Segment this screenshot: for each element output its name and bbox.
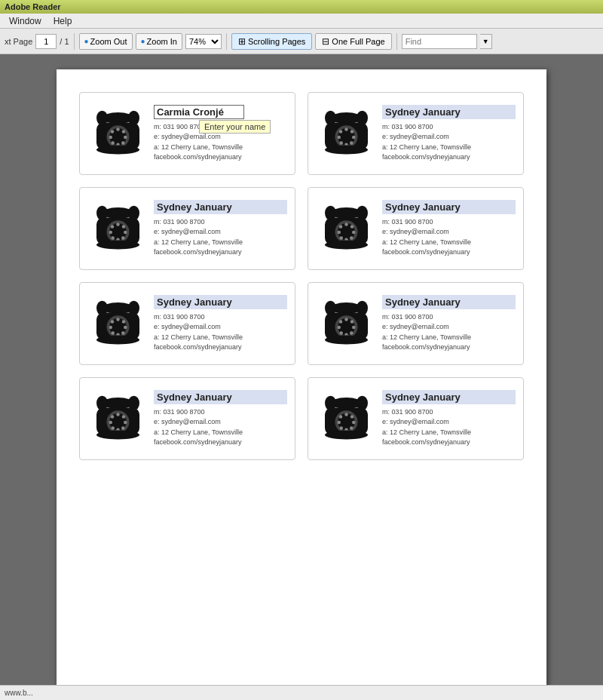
svg-point-24 xyxy=(350,141,354,145)
svg-point-56 xyxy=(339,236,343,240)
zoom-select[interactable]: 74% 50% 100% 125% xyxy=(185,34,222,49)
card-name: Sydney January xyxy=(382,105,516,119)
svg-point-113 xyxy=(352,420,356,424)
find-input[interactable] xyxy=(402,34,477,49)
svg-point-28 xyxy=(338,130,342,134)
zoom-out-radio: ● xyxy=(84,37,89,45)
svg-point-53 xyxy=(352,230,356,234)
svg-point-43 xyxy=(110,225,114,229)
svg-point-14 xyxy=(96,145,139,154)
svg-point-73 xyxy=(110,320,114,324)
phone-icon xyxy=(316,293,376,354)
business-card: Sydney Januarym: 031 900 8700e: sydney@e… xyxy=(79,282,295,365)
svg-point-87 xyxy=(337,325,341,329)
zoom-in-radio: ● xyxy=(141,37,145,45)
svg-point-13 xyxy=(110,130,114,134)
toolbar: xt Page / 1 ● Zoom Out ● Zoom In 74% 50%… xyxy=(0,29,603,54)
zoom-out-button[interactable]: ● Zoom Out xyxy=(79,33,133,50)
menu-bar: Window Help xyxy=(0,14,603,29)
svg-point-41 xyxy=(111,236,115,240)
svg-point-114 xyxy=(350,426,354,430)
card-details: m: 031 900 8700e: sydney@email.coma: 12 … xyxy=(154,217,287,258)
svg-point-117 xyxy=(337,420,341,424)
card-info: Sydney Januarym: 031 900 8700e: sydney@e… xyxy=(376,295,516,353)
svg-point-57 xyxy=(337,230,341,234)
svg-point-26 xyxy=(339,141,343,145)
main-area: Enter your namem: 031 900 8700e: sydney@… xyxy=(0,54,603,685)
svg-point-51 xyxy=(344,223,348,226)
svg-point-42 xyxy=(109,230,112,234)
card-name: Sydney January xyxy=(382,295,516,309)
status-bar: www.b... xyxy=(0,685,603,700)
svg-point-7 xyxy=(121,130,125,134)
svg-point-99 xyxy=(121,426,125,430)
svg-point-72 xyxy=(109,325,112,329)
svg-point-12 xyxy=(109,135,112,139)
svg-point-102 xyxy=(109,420,112,424)
pdf-page: Enter your namem: 031 900 8700e: sydney@… xyxy=(57,69,546,685)
card-info: Sydney Januarym: 031 900 8700e: sydney@e… xyxy=(148,200,287,258)
svg-point-97 xyxy=(121,415,125,419)
svg-point-29 xyxy=(325,145,368,154)
business-card: Sydney Januarym: 031 900 8700e: sydney@e… xyxy=(79,377,295,460)
one-full-page-icon: ⊟ xyxy=(322,36,329,47)
svg-point-111 xyxy=(344,413,348,416)
card-name-row: Enter your name xyxy=(154,105,287,119)
svg-point-86 xyxy=(339,331,343,335)
svg-point-83 xyxy=(352,325,356,329)
svg-point-103 xyxy=(110,415,114,419)
menu-help[interactable]: Help xyxy=(47,16,78,26)
card-details: m: 031 900 8700e: sydney@email.coma: 12 … xyxy=(382,122,516,163)
svg-point-88 xyxy=(338,320,342,324)
card-details: m: 031 900 8700e: sydney@email.coma: 12 … xyxy=(382,407,516,448)
phone-icon xyxy=(87,198,148,259)
svg-point-89 xyxy=(325,335,368,344)
page-input[interactable] xyxy=(35,34,57,49)
svg-point-118 xyxy=(338,415,342,419)
svg-point-52 xyxy=(350,225,354,229)
find-dropdown-button[interactable]: ▼ xyxy=(480,34,492,49)
card-details: m: 031 900 8700e: sydney@email.coma: 12 … xyxy=(154,312,287,353)
one-full-page-button[interactable]: ⊟ One Full Page xyxy=(315,33,391,50)
scrolling-pages-button[interactable]: ⊞ Scrolling Pages xyxy=(231,33,312,50)
one-full-page-label: One Full Page xyxy=(332,37,384,46)
svg-point-84 xyxy=(350,331,354,335)
svg-point-81 xyxy=(344,318,348,321)
card-name: Sydney January xyxy=(154,390,287,404)
svg-point-116 xyxy=(339,426,343,430)
business-card: Enter your namem: 031 900 8700e: sydney@… xyxy=(79,92,295,175)
card-info: Sydney Januarym: 031 900 8700e: sydney@e… xyxy=(376,200,516,258)
svg-point-6 xyxy=(116,127,120,131)
scrolling-pages-label: Scrolling Pages xyxy=(248,37,305,46)
zoom-in-button[interactable]: ● Zoom In xyxy=(136,33,182,50)
phone-icon xyxy=(316,198,376,259)
separator-3 xyxy=(396,33,397,50)
card-info: Enter your namem: 031 900 8700e: sydney@… xyxy=(148,105,287,163)
svg-point-58 xyxy=(338,225,342,229)
separator-2 xyxy=(226,33,227,50)
menu-window[interactable]: Window xyxy=(3,16,47,26)
page-separator: / 1 xyxy=(60,37,69,46)
business-card: Sydney Januarym: 031 900 8700e: sydney@e… xyxy=(308,377,524,460)
card-info: Sydney Januarym: 031 900 8700e: sydney@e… xyxy=(376,105,516,163)
svg-point-101 xyxy=(111,426,115,430)
svg-point-8 xyxy=(124,135,127,139)
svg-point-71 xyxy=(111,331,115,335)
svg-point-9 xyxy=(121,141,125,145)
svg-point-69 xyxy=(121,331,125,335)
card-grid: Enter your namem: 031 900 8700e: sydney@… xyxy=(72,84,531,468)
zoom-out-label: Zoom Out xyxy=(90,37,127,46)
business-card: Sydney Januarym: 031 900 8700e: sydney@e… xyxy=(308,282,524,365)
card-details: m: 031 900 8700e: sydney@email.coma: 12 … xyxy=(154,407,287,448)
svg-point-59 xyxy=(325,240,368,249)
svg-point-66 xyxy=(116,318,120,321)
business-card: Sydney Januarym: 031 900 8700e: sydney@e… xyxy=(308,187,524,270)
svg-point-22 xyxy=(350,130,354,134)
svg-point-39 xyxy=(121,236,125,240)
svg-point-112 xyxy=(350,415,354,419)
card-details: m: 031 900 8700e: sydney@email.coma: 12 … xyxy=(382,312,516,353)
svg-point-96 xyxy=(116,413,120,416)
card-name-input[interactable] xyxy=(154,105,244,119)
svg-point-54 xyxy=(350,236,354,240)
svg-point-104 xyxy=(96,430,139,439)
